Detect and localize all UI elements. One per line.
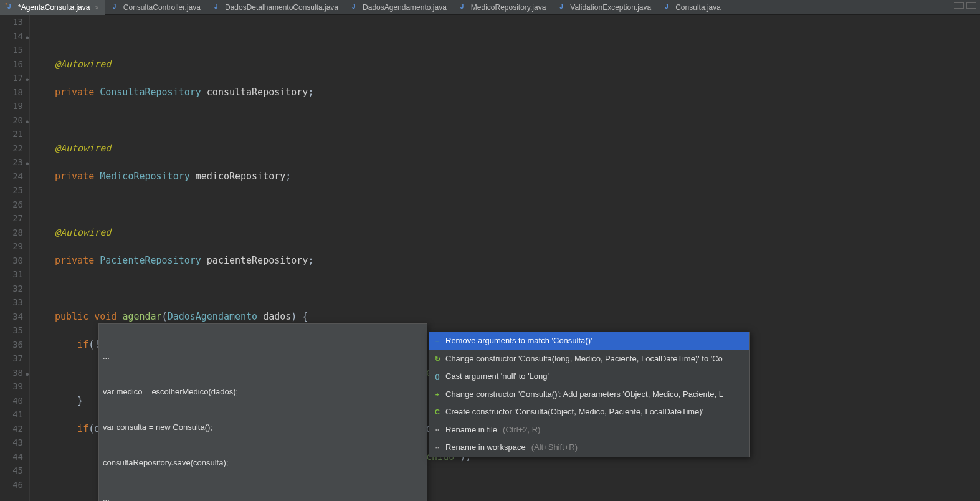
keyword: if	[55, 339, 88, 350]
java-file-icon	[558, 3, 567, 12]
quickfix-item[interactable]: +Change constructor 'Consulta()': Add pa…	[429, 386, 749, 404]
tab-agenta-consulta[interactable]: *AgentaConsulta.java×	[0, 0, 105, 15]
tab-label: DadosAgendamento.java	[363, 3, 447, 12]
punct: ;	[308, 255, 313, 266]
code-hover-tooltip: ... var medico = escolherMedico(dados); …	[98, 323, 427, 501]
type: ConsultaRepository	[100, 87, 201, 98]
keyword: private	[55, 171, 94, 182]
quickfix-hint: (Alt+Shift+R)	[531, 441, 578, 455]
quickfix-label: Change constructor 'Consulta()': Add par…	[445, 388, 723, 402]
line-number: 21	[0, 127, 23, 141]
tab-label: MedicoRepository.java	[471, 3, 546, 12]
quickfix-item[interactable]: ↻Change constructor 'Consulta(long, Medi…	[429, 350, 749, 368]
method: agendar	[122, 311, 161, 322]
java-file-icon	[351, 3, 359, 12]
line-number: 17	[0, 71, 23, 85]
line-number: 25	[0, 183, 23, 198]
line-number: 33	[0, 295, 23, 310]
line-number: 15	[0, 43, 23, 57]
line-number: 38	[0, 366, 23, 380]
hover-line: var medico = escolherMedico(dados);	[103, 386, 423, 398]
quickfix-icon: ▪▪	[433, 443, 442, 452]
type: MedicoRepository	[100, 171, 190, 182]
keyword: void	[94, 311, 117, 322]
variable: consultaRepository	[207, 87, 308, 98]
line-gutter: 1314151617181920212223242526272829303132…	[0, 15, 30, 501]
quickfix-label: Create constructor 'Consulta(Object, Med…	[445, 405, 703, 419]
tab-medico-repository[interactable]: MedicoRepository.java	[453, 0, 553, 15]
maximize-icon[interactable]	[966, 2, 976, 9]
line-number: 37	[0, 351, 23, 366]
minimize-icon[interactable]	[954, 2, 964, 9]
line-number: 40	[0, 394, 23, 408]
line-number: 19	[0, 99, 23, 113]
line-number: 44	[0, 450, 23, 464]
line-number: 32	[0, 282, 23, 296]
line-number: 41	[0, 408, 23, 422]
java-file-icon	[459, 3, 468, 12]
keyword: if	[55, 423, 88, 434]
hover-dots: ...	[103, 350, 423, 362]
java-file-icon	[112, 3, 120, 12]
tab-label: ConsultaController.java	[123, 3, 201, 12]
type: PacienteRepository	[100, 255, 201, 266]
code-area[interactable]: @Autowired private ConsultaRepository co…	[30, 15, 980, 501]
quickfix-icon: ()	[433, 372, 442, 381]
line-number: 20	[0, 113, 23, 128]
line-number: 13	[0, 15, 23, 29]
keyword: private	[55, 255, 94, 266]
annotation: @Autowired	[55, 59, 111, 70]
java-file-icon	[664, 3, 672, 12]
tab-consulta-controller[interactable]: ConsultaController.java	[105, 0, 207, 15]
line-number: 34	[0, 310, 23, 324]
quickfix-item[interactable]: ()Cast argument 'null' to 'Long'	[429, 368, 749, 386]
close-icon[interactable]: ×	[95, 4, 98, 11]
quickfix-item[interactable]: –Remove arguments to match 'Consulta()'	[429, 332, 749, 350]
quickfix-item[interactable]: ▪▪Rename in workspace(Alt+Shift+R)	[429, 439, 749, 457]
tab-dados-detalhamento[interactable]: DadosDetalhamentoConsulta.java	[207, 0, 345, 15]
tab-validation-exception[interactable]: ValidationException.java	[552, 0, 657, 15]
line-number: 26	[0, 198, 23, 212]
hover-dots: ...	[103, 492, 423, 501]
tab-label: DadosDetalhamentoConsulta.java	[225, 3, 338, 12]
quickfix-label: Rename in workspace	[445, 441, 526, 455]
quickfix-icon: C	[433, 408, 442, 416]
param: dados	[263, 311, 291, 322]
annotation: @Autowired	[55, 227, 111, 238]
tab-dados-agendamento[interactable]: DadosAgendamento.java	[345, 0, 453, 15]
variable: medicoRepository	[196, 171, 286, 182]
code-editor[interactable]: 1314151617181920212223242526272829303132…	[0, 15, 980, 501]
quickfix-icon: +	[433, 390, 442, 399]
tab-label: Consulta.java	[675, 3, 721, 12]
tab-label: *AgentaConsulta.java	[18, 3, 90, 12]
hover-line: consultaRepository.save(consulta);	[103, 457, 423, 469]
tab-label: ValidationException.java	[570, 3, 651, 12]
quickfix-label: Change constructor 'Consulta(long, Medic…	[445, 352, 723, 366]
line-number: 27	[0, 211, 23, 226]
java-file-icon	[6, 3, 15, 12]
quickfix-hint: (Ctrl+2, R)	[503, 423, 540, 437]
quickfix-icon: ↻	[433, 355, 442, 363]
punct: ;	[308, 87, 313, 98]
editor-tabs: *AgentaConsulta.java× ConsultaController…	[0, 0, 980, 15]
keyword: public	[55, 311, 88, 322]
line-number: 42	[0, 422, 23, 436]
line-number: 28	[0, 226, 23, 240]
line-number: 18	[0, 85, 23, 100]
line-number: 23	[0, 155, 23, 169]
tab-consulta[interactable]: Consulta.java	[657, 0, 727, 15]
line-number: 24	[0, 169, 23, 184]
quickfix-item[interactable]: CCreate constructor 'Consulta(Object, Me…	[429, 403, 749, 421]
java-file-icon	[213, 3, 222, 12]
line-number: 45	[0, 464, 23, 478]
line-number: 43	[0, 436, 23, 450]
quickfix-label: Cast argument 'null' to 'Long'	[445, 370, 549, 384]
quickfix-icon: ▪▪	[433, 426, 442, 434]
window-buttons	[954, 2, 976, 9]
keyword: private	[55, 87, 94, 98]
quickfix-label: Rename in file	[445, 423, 497, 437]
quickfix-item[interactable]: ▪▪Rename in file(Ctrl+2, R)	[429, 421, 749, 439]
line-number: 22	[0, 141, 23, 156]
quickfix-menu[interactable]: –Remove arguments to match 'Consulta()'↻…	[429, 332, 750, 457]
punct: }	[55, 395, 83, 406]
